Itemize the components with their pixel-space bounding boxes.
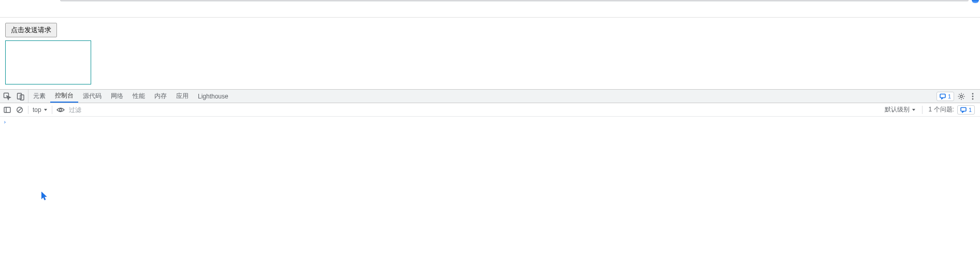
divider [52,106,52,114]
svg-rect-13 [961,107,966,111]
divider [28,106,28,114]
tab-lighthouse[interactable]: Lighthouse [193,90,233,103]
svg-point-12 [59,108,61,110]
send-request-button[interactable]: 点击发送请求 [5,23,57,37]
device-toolbar-icon[interactable] [17,92,25,101]
message-icon [960,107,967,113]
issues-summary-count: 1 [969,107,972,113]
svg-point-4 [960,95,962,97]
svg-line-11 [18,108,21,111]
clear-console-icon[interactable] [16,106,24,114]
svg-rect-1 [18,93,22,99]
browser-chrome-hint [0,0,980,4]
console-sidebar-toggle-icon[interactable] [3,106,11,114]
devtools-panel: 元素 控制台 源代码 网络 性能 内存 应用 Lighthouse 1 [0,89,980,269]
tab-application[interactable]: 应用 [171,90,193,103]
console-toolbar: top 默认级别 1 个问题: 1 [0,103,980,117]
output-box [5,40,91,84]
execution-context-selector[interactable]: top [33,106,48,114]
issues-count: 1 [948,93,951,100]
issues-summary-badge: 1 [957,105,975,115]
profile-avatar-peek [972,0,979,3]
inspect-element-icon[interactable] [3,92,11,101]
svg-point-7 [972,98,974,100]
execution-context-label: top [33,106,41,114]
tab-sources[interactable]: 源代码 [78,90,106,103]
console-filter-input[interactable] [69,105,881,115]
log-level-selector[interactable]: 默认级别 [885,105,916,114]
console-prompt-caret-icon: › [3,119,7,125]
issues-badge[interactable]: 1 [936,92,954,101]
tab-console[interactable]: 控制台 [50,90,78,103]
svg-point-5 [972,93,974,94]
console-output-area[interactable]: › [0,117,980,269]
tab-elements[interactable]: 元素 [28,90,50,103]
svg-rect-8 [4,107,10,112]
message-icon [940,93,946,100]
chevron-down-icon [44,108,48,112]
devtools-tabbar: 元素 控制台 源代码 网络 性能 内存 应用 Lighthouse 1 [0,90,980,103]
tab-performance[interactable]: 性能 [128,90,150,103]
address-bar-shadow [60,0,969,2]
issues-summary-label: 1 个问题: [929,105,954,114]
settings-gear-icon[interactable] [957,92,965,101]
svg-rect-3 [940,94,945,97]
tab-network[interactable]: 网络 [106,90,128,103]
log-level-label: 默认级别 [885,105,910,114]
chevron-down-icon [912,108,916,112]
tab-memory[interactable]: 内存 [150,90,171,103]
issues-summary[interactable]: 1 个问题: 1 [929,105,975,115]
live-expression-eye-icon[interactable] [56,106,65,114]
svg-point-6 [972,95,974,97]
more-options-icon[interactable] [969,92,977,101]
divider [922,106,923,114]
page-content-area: 点击发送请求 [0,17,980,90]
